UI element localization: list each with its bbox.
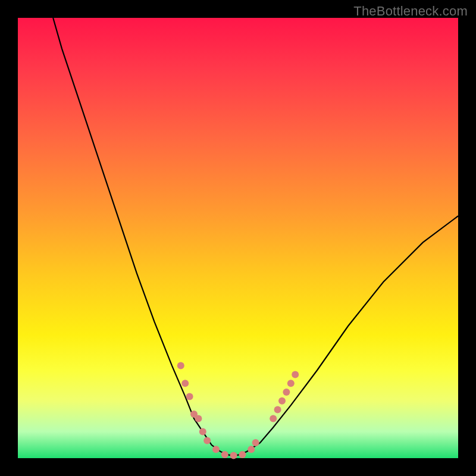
curve-point bbox=[186, 393, 193, 400]
watermark-text: TheBottleneck.com bbox=[353, 4, 468, 19]
curve-point bbox=[230, 452, 237, 459]
curve-point bbox=[252, 439, 259, 446]
curve-point bbox=[177, 362, 184, 369]
curve-point bbox=[283, 389, 290, 396]
plot-area bbox=[18, 18, 458, 458]
chart-frame: TheBottleneck.com bbox=[0, 0, 476, 476]
curve-point bbox=[248, 446, 255, 453]
curve-point bbox=[287, 380, 295, 387]
curve-point bbox=[221, 451, 228, 458]
curve-point bbox=[195, 415, 202, 422]
curve-point bbox=[239, 451, 246, 458]
curve-point bbox=[181, 380, 189, 387]
curve-point bbox=[270, 415, 277, 422]
curve-point bbox=[278, 397, 286, 405]
bottleneck-curve-svg bbox=[18, 18, 458, 458]
bottleneck-curve bbox=[53, 18, 458, 455]
curve-point bbox=[292, 371, 299, 378]
curve-point bbox=[199, 428, 206, 436]
curve-point bbox=[274, 406, 281, 414]
curve-point bbox=[203, 437, 211, 444]
curve-point bbox=[212, 446, 220, 453]
curve-points bbox=[177, 362, 299, 459]
